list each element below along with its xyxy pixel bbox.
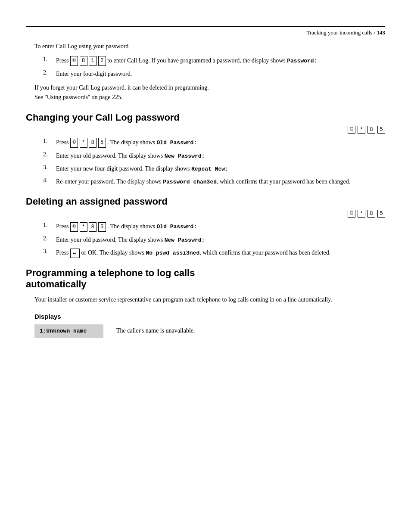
step-2-content: Enter your four-digit password. xyxy=(56,69,385,79)
display-password: Password: xyxy=(287,58,317,64)
delete-password-steps: 1. Press © * 8 5 . The display shows Old… xyxy=(43,222,385,258)
delete-step-1: 1. Press © * 8 5 . The display shows Old… xyxy=(43,222,385,232)
change-step-4: 4. Re-enter your password. The display s… xyxy=(43,177,385,187)
display-row-unknown: 1:Unknown name The caller's name is unav… xyxy=(34,324,385,338)
step-num-2: 2. xyxy=(43,69,56,76)
change-step-num-4: 4. xyxy=(43,177,56,184)
displays-heading: Displays xyxy=(34,313,385,320)
step-1-enter: 1. Press © 8 1 2 to enter Call Log. If y… xyxy=(43,56,385,66)
key-8-delete: 8 xyxy=(367,210,375,218)
key-8-s1: 8 xyxy=(89,138,97,148)
header-text: Tracking your incoming calls / 143 xyxy=(306,29,385,36)
key-star-d1: * xyxy=(80,222,87,232)
key-c-s1: © xyxy=(70,138,78,148)
display-box-unknown: 1:Unknown name xyxy=(34,324,103,338)
change-step-3-content: Enter your new four-digit password. The … xyxy=(56,164,385,174)
header-page-number: 143 xyxy=(377,29,386,36)
change-step-2-content: Enter your old password. The display sho… xyxy=(56,151,385,161)
section-heading-change: Changing your Call Log password xyxy=(26,112,385,123)
displays-section: Displays 1:Unknown name The caller's nam… xyxy=(34,313,385,338)
delete-step-num-2: 2. xyxy=(43,235,56,242)
change-step-4-content: Re-enter your password. The display show… xyxy=(56,177,385,187)
change-step-num-1: 1. xyxy=(43,138,56,145)
delete-step-3: 3. Press ↵ or OK. The display shows No p… xyxy=(43,248,385,258)
key-c-delete: © xyxy=(348,210,355,218)
section-heading-delete: Deleting an assigned password xyxy=(26,196,385,207)
change-step-num-3: 3. xyxy=(43,164,56,171)
delete-step-1-content: Press © * 8 5 . The display shows Old Pa… xyxy=(56,222,385,232)
intro-text: To enter Call Log using your password xyxy=(34,43,385,50)
note-text: If you forget your Call Log password, it… xyxy=(34,83,385,103)
display-old-passwrd-d: Old Passwrd: xyxy=(157,224,197,230)
key-5-change: 5 xyxy=(377,126,385,134)
key-5-s1: 5 xyxy=(98,138,106,148)
delete-step-2: 2. Enter your old password. The display … xyxy=(43,235,385,245)
key-5-delete: 5 xyxy=(377,210,385,218)
key-c-change: © xyxy=(348,126,355,134)
change-step-num-2: 2. xyxy=(43,151,56,158)
page-header: Tracking your incoming calls / 143 xyxy=(26,26,385,36)
key-star-delete: * xyxy=(358,210,365,218)
delete-step-3-content: Press ↵ or OK. The display shows No pswd… xyxy=(56,248,385,258)
enter-key-icon: ↵ xyxy=(70,249,80,258)
key-1: 1 xyxy=(89,56,97,66)
key-5-d1: 5 xyxy=(98,222,106,232)
display-old-passrd: Old Passwrd: xyxy=(157,140,197,146)
key-c-d1: © xyxy=(70,222,78,232)
key-8-d1: 8 xyxy=(89,222,97,232)
change-step-1-content: Press © * 8 5 . The display shows Old Pa… xyxy=(56,138,385,148)
program-intro: Your installer or customer service repre… xyxy=(34,295,385,305)
key-star-change: * xyxy=(358,126,365,134)
delete-step-num-1: 1. xyxy=(43,222,56,229)
enter-calllog-steps: 1. Press © 8 1 2 to enter Call Log. If y… xyxy=(43,56,385,79)
display-new-passwrd: New Passwrd: xyxy=(165,153,205,159)
display-desc-unknown: The caller's name is unavailable. xyxy=(116,327,195,334)
step-num-1: 1. xyxy=(43,56,56,63)
step-1-content: Press © 8 1 2 to enter Call Log. If you … xyxy=(56,56,385,66)
header-section-text: Tracking your incoming calls / xyxy=(306,29,375,36)
step-2-enter: 2. Enter your four-digit password. xyxy=(43,69,385,79)
key-star-s1: * xyxy=(80,138,87,148)
key-row-delete: © * 8 5 xyxy=(26,210,385,218)
change-step-3: 3. Enter your new four-digit password. T… xyxy=(43,164,385,174)
key-8-change: 8 xyxy=(367,126,375,134)
page: Tracking your incoming calls / 143 To en… xyxy=(0,26,411,532)
change-step-2: 2. Enter your old password. The display … xyxy=(43,151,385,161)
key-8: 8 xyxy=(80,56,87,66)
display-password-changed: Password chan3ed xyxy=(163,179,217,185)
content-area: To enter Call Log using your password 1.… xyxy=(26,36,385,338)
key-c: © xyxy=(70,56,78,66)
display-repeat-new: Repeat New: xyxy=(191,166,228,172)
display-no-pswd: No pswd assi3ned xyxy=(146,250,199,256)
key-row-change: © * 8 5 xyxy=(26,126,385,134)
change-password-steps: 1. Press © * 8 5 . The display shows Old… xyxy=(43,138,385,187)
key-2: 2 xyxy=(98,56,106,66)
delete-step-2-content: Enter your old password. The display sho… xyxy=(56,235,385,245)
delete-step-num-3: 3. xyxy=(43,248,56,255)
change-step-1: 1. Press © * 8 5 . The display shows Old… xyxy=(43,138,385,148)
display-new-passwrd-d: New Passwrd: xyxy=(165,237,205,243)
section-heading-program: Programming a telephone to log callsauto… xyxy=(26,268,385,290)
